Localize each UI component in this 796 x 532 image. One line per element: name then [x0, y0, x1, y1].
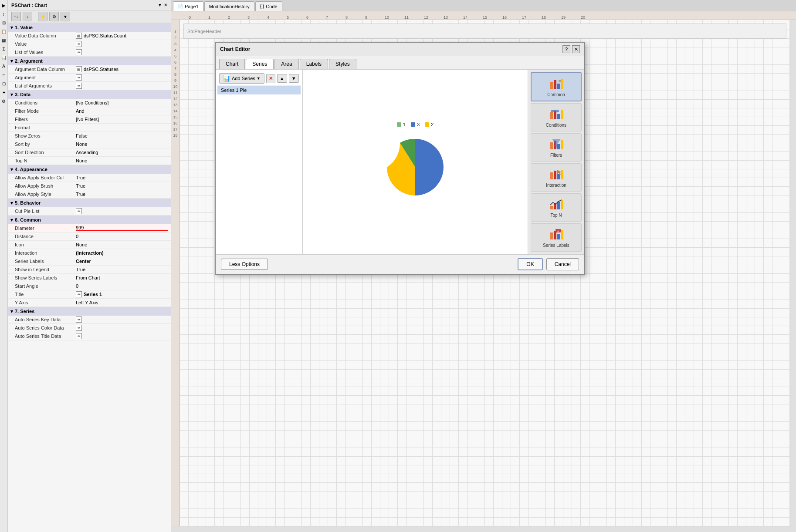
prop-diameter[interactable]: Diameter 999 — [8, 224, 171, 232]
move-up-btn[interactable]: ▲ — [277, 74, 287, 83]
prop-allow-brush[interactable]: Allow Apply Brush True — [8, 182, 171, 190]
tool-8[interactable]: ≡ — [0, 71, 7, 78]
properties-expand[interactable]: ▼ — [158, 3, 162, 7]
tab-styles[interactable]: Styles — [329, 59, 356, 69]
prop-auto-series-title[interactable]: Auto Series Title Data ✏ — [8, 332, 171, 340]
tool-7[interactable]: A — [0, 63, 7, 70]
section-series[interactable]: ▾ 7. Series — [8, 307, 171, 316]
prop-distance[interactable]: Distance 0 — [8, 232, 171, 241]
scrollbar-vertical[interactable] — [790, 20, 796, 526]
prop-icon[interactable]: Icon None — [8, 241, 171, 249]
tab-area[interactable]: Area — [274, 59, 298, 69]
sort-btn2[interactable]: ↓ — [23, 12, 32, 21]
prop-val: True — [76, 183, 168, 189]
tool-6[interactable]: 📊 — [0, 54, 7, 61]
prop-auto-series-color[interactable]: Auto Series Color Data ✏ — [8, 324, 171, 332]
add-series-btn[interactable]: 📊 Add Series ▼ — [219, 73, 264, 84]
add-series-dropdown[interactable]: ▼ — [257, 76, 261, 81]
prop-format[interactable]: Format — [8, 124, 171, 132]
tab-code[interactable]: { } Code — [255, 1, 282, 11]
down-btn[interactable]: ▼ — [61, 12, 70, 21]
prop-sort-dir[interactable]: Sort Direction Ascending — [8, 148, 171, 157]
tab-series[interactable]: Series — [246, 59, 274, 69]
prop-y-axis[interactable]: Y Axis Left Y Axis — [8, 299, 171, 307]
edit-icon[interactable]: ✏ — [76, 291, 82, 297]
prop-sort-by[interactable]: Sort by None — [8, 140, 171, 148]
prop-list-arguments[interactable]: List of Arguments ✏ — [8, 82, 171, 90]
svg-rect-15 — [550, 172, 553, 179]
ok-btn[interactable]: OK — [518, 258, 542, 270]
prop-top-n[interactable]: Top N None — [8, 157, 171, 165]
prop-show-zeros[interactable]: Show Zeros False — [8, 132, 171, 140]
panel-btn-common[interactable]: Common — [531, 72, 582, 101]
properties-close[interactable]: ✕ — [164, 3, 167, 7]
panel-btn-interaction[interactable]: Interaction — [531, 163, 582, 192]
gear-btn[interactable]: ⚙ — [49, 12, 59, 21]
prop-auto-series-key[interactable]: Auto Series Key Data ✏ — [8, 316, 171, 324]
prop-show-series-labels[interactable]: Show Series Labels From Chart — [8, 274, 171, 282]
tool-3[interactable]: 📋 — [0, 28, 7, 35]
section-data[interactable]: ▾ 3. Data — [8, 90, 171, 99]
prop-filter-mode[interactable]: Filter Mode And — [8, 107, 171, 115]
tab-labels[interactable]: Labels — [300, 59, 328, 69]
tool-4[interactable]: ▦ — [0, 37, 7, 44]
prop-value[interactable]: Value ✏ — [8, 40, 171, 48]
flash-btn[interactable]: ⚡ — [38, 12, 47, 21]
scrollbar-horizontal[interactable] — [171, 526, 796, 532]
prop-show-legend[interactable]: Show in Legend True — [8, 266, 171, 274]
prop-cut-pie[interactable]: Cut Pie List ✏ — [8, 207, 171, 215]
edit-icon[interactable]: ✏ — [76, 208, 82, 214]
sort-btn[interactable]: ↑↓ — [11, 12, 21, 21]
move-down-btn[interactable]: ▼ — [289, 74, 299, 83]
add-series-icon: 📊 — [223, 75, 230, 82]
cancel-btn[interactable]: Cancel — [546, 258, 579, 270]
panel-btn-filters[interactable]: Filters — [531, 133, 582, 162]
tab-modification-history[interactable]: ModificationHistory — [204, 1, 254, 11]
tool-1[interactable]: ↕ — [0, 10, 7, 17]
tab-page1[interactable]: 📄 Page1 — [173, 1, 203, 11]
prop-start-angle[interactable]: Start Angle 0 — [8, 282, 171, 290]
panel-btn-series-labels[interactable]: A Series Labels — [531, 223, 582, 252]
delete-series-btn[interactable]: ✕ — [266, 74, 275, 83]
edit-icon[interactable]: ✏ — [76, 317, 82, 323]
dialog-help-btn[interactable]: ? — [562, 45, 570, 53]
edit-icon[interactable]: ✏ — [76, 83, 82, 89]
prop-series-labels[interactable]: Series Labels Center — [8, 257, 171, 266]
ruler-left-8: 8 — [171, 71, 180, 77]
prop-value-data-column[interactable]: Value Data Column ▤ dsPSC.StatusCount — [8, 32, 171, 40]
pie-container: 1 3 2 — [372, 122, 459, 202]
tool-5[interactable]: Σ — [0, 45, 7, 52]
prop-allow-border[interactable]: Allow Apply Border Col True — [8, 174, 171, 182]
ruler-left-9: 9 — [171, 77, 180, 84]
prop-argument[interactable]: Argument ✏ — [8, 74, 171, 82]
prop-argument-data-column[interactable]: Argument Data Column ▤ dsPSC.Statuses — [8, 65, 171, 74]
less-options-btn[interactable]: Less Options — [221, 259, 268, 270]
edit-icon[interactable]: ✏ — [76, 74, 82, 81]
tab-chart[interactable]: Chart — [219, 59, 245, 69]
svg-rect-23 — [550, 232, 553, 239]
edit-icon[interactable]: ✏ — [76, 41, 82, 47]
prop-interaction[interactable]: Interaction (Interaction) — [8, 249, 171, 257]
section-argument[interactable]: ▾ 2. Argument — [8, 57, 171, 65]
tool-9[interactable]: ⊡ — [0, 80, 7, 87]
prop-list-values[interactable]: List of Values ✏ — [8, 48, 171, 57]
section-appearance[interactable]: ▾ 4. Appearance — [8, 165, 171, 174]
series-item-1[interactable]: Series 1 Pie — [217, 86, 301, 94]
tool-11[interactable]: ⚙ — [0, 98, 7, 104]
tool-10[interactable]: ✦ — [0, 89, 7, 96]
tool-2[interactable]: ⊞ — [0, 19, 7, 26]
section-value[interactable]: ▾ 1. Value — [8, 23, 171, 32]
edit-icon[interactable]: ✏ — [76, 49, 82, 55]
prop-conditions[interactable]: Conditions [No Conditions] — [8, 99, 171, 107]
prop-allow-style[interactable]: Allow Apply Style True — [8, 190, 171, 199]
section-common[interactable]: ▾ 6. Common — [8, 215, 171, 224]
panel-btn-topn[interactable]: Top N — [531, 193, 582, 222]
tool-arrow[interactable]: ▶ — [0, 2, 7, 9]
prop-title[interactable]: Title ✏ Series 1 — [8, 290, 171, 299]
prop-filters[interactable]: Filters [No Filters] — [8, 115, 171, 124]
panel-btn-conditions[interactable]: Conditions — [531, 103, 582, 131]
edit-icon[interactable]: ✏ — [76, 325, 82, 331]
dialog-close-btn[interactable]: ✕ — [572, 45, 580, 53]
edit-icon[interactable]: ✏ — [76, 333, 82, 339]
section-behavior[interactable]: ▾ 5. Behavior — [8, 199, 171, 207]
